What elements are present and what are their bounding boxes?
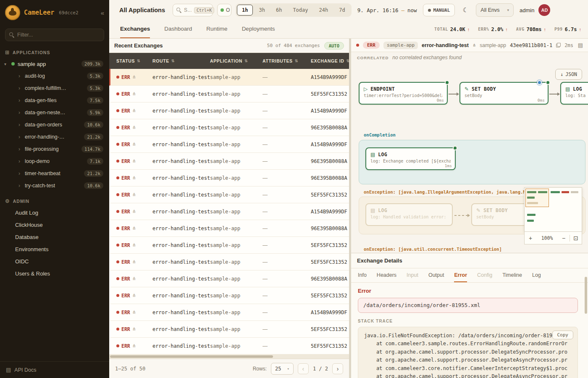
- sidebar-route-item[interactable]: › data-gen-orders 10.6k: [0, 118, 109, 131]
- sidebar-admin-item[interactable]: Environments: [0, 243, 109, 255]
- exchange-row[interactable]: ERR ⋔ error-handling-test sample-app — 9…: [109, 170, 349, 186]
- vertical-scrollbar[interactable]: [585, 277, 587, 314]
- sidebar-admin-item[interactable]: ClickHouse: [0, 219, 109, 231]
- environment-selector[interactable]: All Envs ▾: [476, 3, 514, 17]
- download-json-button[interactable]: ↓ JSON: [555, 69, 582, 80]
- auto-refresh-badge[interactable]: AUTO: [324, 42, 344, 50]
- horizontal-scrollbar[interactable]: [109, 354, 349, 359]
- exchange-row[interactable]: ERR ⋔ error-handling-test sample-app — 5…: [109, 321, 349, 338]
- sidebar-route-item[interactable]: › timer-heartbeat 21.2k: [0, 167, 109, 179]
- exchange-row[interactable]: ERR ⋔ error-handling-test sample-app — 5…: [109, 338, 349, 354]
- sidebar-collapse-icon[interactable]: «: [101, 9, 104, 16]
- exchange-row[interactable]: ERR ⋔ error-handling-test sample-app — 9…: [109, 220, 349, 237]
- sidebar-admin-item[interactable]: Users & Roles: [0, 268, 109, 280]
- sidebar-admin-item[interactable]: Database: [0, 231, 109, 243]
- details-tab[interactable]: Input: [407, 268, 418, 282]
- details-tab[interactable]: Error: [454, 268, 467, 282]
- exchange-row[interactable]: ERR ⋔ error-handling-test sample-app — 9…: [109, 153, 349, 170]
- exchange-row[interactable]: ERR ⋔ error-handling-test sample-app — 5…: [109, 186, 349, 203]
- column-header[interactable]: STATUS ⇅: [116, 58, 152, 63]
- stack-trace-label: STACK TRACE: [358, 319, 578, 323]
- exchange-row[interactable]: ERR ⋔ error-handling-test sample-app — A…: [109, 304, 349, 321]
- date-range[interactable]: 9. Apr. 16:16 — now: [356, 7, 419, 13]
- flow-node-setbody[interactable]: ✎ SET BODY setBody 0ms: [459, 82, 549, 105]
- column-header[interactable]: ROUTE ⇅: [152, 58, 210, 63]
- sidebar-route-item[interactable]: › audit-log 5.3k: [0, 70, 109, 82]
- column-header[interactable]: APPLICATION ⇅: [210, 58, 262, 63]
- admin-items-list: Audit Log ClickHouse Database Environmen…: [0, 207, 109, 280]
- scrollbar-thumb[interactable]: [110, 355, 273, 358]
- sidebar-admin-item[interactable]: OIDC: [0, 255, 109, 268]
- details-tab[interactable]: Output: [428, 268, 444, 282]
- time-range-button[interactable]: 3h: [254, 5, 270, 16]
- errors-only-toggle[interactable]: O: [217, 4, 231, 16]
- fit-view-button[interactable]: ⊡: [570, 235, 582, 242]
- column-header[interactable]: ATTRIBUTES ⇅: [262, 58, 311, 63]
- application-chip[interactable]: sample-app: [383, 42, 418, 49]
- cameleer-logo-icon: [5, 5, 20, 20]
- exchange-row[interactable]: ERR ⋔ error-handling-test sample-app — 5…: [109, 287, 349, 304]
- avatar[interactable]: AD: [538, 4, 550, 16]
- filter-input[interactable]: [17, 32, 100, 38]
- time-range-button[interactable]: 24h: [314, 5, 333, 16]
- details-tab[interactable]: Timeline: [502, 268, 522, 282]
- exchange-row[interactable]: ERR ⋔ error-handling-test sample-app — A…: [109, 102, 349, 119]
- sidebar-route-item[interactable]: › data-gen-files 7.5k: [0, 94, 109, 106]
- details-tab[interactable]: Config: [477, 268, 492, 282]
- sidebar-item-sample-app[interactable]: ▾ sample app 209.3k: [0, 58, 109, 70]
- main-tab[interactable]: Dashboard: [164, 20, 192, 38]
- sidebar-route-item[interactable]: › try-catch-test 10.6k: [0, 179, 109, 192]
- refresh-mode-button[interactable]: MANUAL: [423, 4, 455, 16]
- exchange-row[interactable]: ERR ⋔ error-handling-test sample-app — A…: [109, 203, 349, 220]
- prev-page-button[interactable]: ‹: [298, 363, 309, 374]
- exchange-row[interactable]: ERR ⋔ error-handling-test sample-app — 5…: [109, 86, 349, 102]
- details-tab[interactable]: Info: [358, 268, 367, 282]
- app-status-dot: [11, 62, 15, 66]
- rows-per-page-select[interactable]: 25 ▾: [271, 363, 294, 375]
- details-tab[interactable]: Log: [532, 268, 541, 282]
- time-range-button[interactable]: 7d: [334, 5, 350, 16]
- search-input[interactable]: [184, 7, 192, 13]
- copy-icon[interactable]: [556, 43, 561, 47]
- zoom-out-button[interactable]: −: [558, 235, 570, 242]
- flow-minimap[interactable]: [524, 187, 582, 232]
- sidebar-route-item[interactable]: › data-gen-neste… 5.9k: [0, 106, 109, 118]
- sidebar-route-item[interactable]: › complex-fulfillm… 5.3k: [0, 82, 109, 94]
- next-page-button[interactable]: ›: [332, 363, 343, 374]
- zoom-in-button[interactable]: +: [525, 235, 536, 242]
- sidebar-filter[interactable]: [5, 29, 104, 41]
- copy-button[interactable]: Copy: [552, 331, 574, 339]
- main-tab[interactable]: Deployments: [242, 20, 275, 38]
- node-duration: 0ms: [437, 98, 444, 102]
- details-tab[interactable]: Headers: [377, 268, 396, 282]
- exchange-id-cell: A154B9A999DF: [311, 142, 349, 147]
- flow-node-endpoint[interactable]: ▷ ENDPOINT timer:errorTest?period=5000&d…: [359, 82, 448, 105]
- flow-canvas[interactable]: ↓ JSON ▷ ENDPOINT timer:errorTest?period…: [351, 63, 588, 253]
- sidebar-api-docs[interactable]: ▤ API Docs: [0, 361, 109, 378]
- sidebar-route-item[interactable]: › error-handling-… 21.2k: [0, 131, 109, 143]
- exchange-row[interactable]: ERR ⋔ error-handling-test sample-app — A…: [109, 136, 349, 153]
- main-tab[interactable]: Runtime: [206, 20, 227, 38]
- route-name-label[interactable]: error-handling-test: [422, 42, 469, 48]
- time-range-button[interactable]: Today: [288, 5, 313, 16]
- dark-mode-toggle[interactable]: ☾: [459, 4, 472, 16]
- sidebar-admin-item[interactable]: Audit Log: [0, 207, 109, 219]
- global-search[interactable]: Ctrl+K: [173, 4, 213, 16]
- flow-node-log[interactable]: ▤ LOG log: Sta: [560, 82, 588, 105]
- route-name-label: complex-fulfillm…: [25, 85, 66, 91]
- main-tab[interactable]: Exchanges: [120, 20, 150, 38]
- time-range-button[interactable]: 6h: [271, 5, 287, 16]
- flow-node-exception-log[interactable]: ▤ LOG log: Handled validation error: ${e…: [365, 203, 453, 226]
- exchange-row[interactable]: ERR ⋔ error-handling-test sample-app — 9…: [109, 119, 349, 136]
- minimap-viewport[interactable]: [525, 189, 549, 207]
- sidebar-route-item[interactable]: › loop-demo 7.1k: [0, 155, 109, 167]
- column-header[interactable]: EXCHANGE ID ⇅: [311, 58, 349, 63]
- exchange-row[interactable]: ERR ⋔ error-handling-test sample-app — 5…: [109, 254, 349, 270]
- sidebar-route-item[interactable]: › file-processing 114.7k: [0, 143, 109, 155]
- exchange-row[interactable]: ERR ⋔ error-handling-test sample-app — 5…: [109, 237, 349, 254]
- document-icon[interactable]: ▤: [578, 42, 583, 48]
- exchange-row[interactable]: ERR ⋔ error-handling-test sample-app — 9…: [109, 270, 349, 287]
- time-range-button[interactable]: 1h: [237, 5, 253, 16]
- flow-node-completion-log[interactable]: ▤ LOG log: Exchange completed [${exchan …: [365, 147, 456, 170]
- exchange-row[interactable]: ERR ⋔ error-handling-test sample-app — A…: [109, 69, 349, 86]
